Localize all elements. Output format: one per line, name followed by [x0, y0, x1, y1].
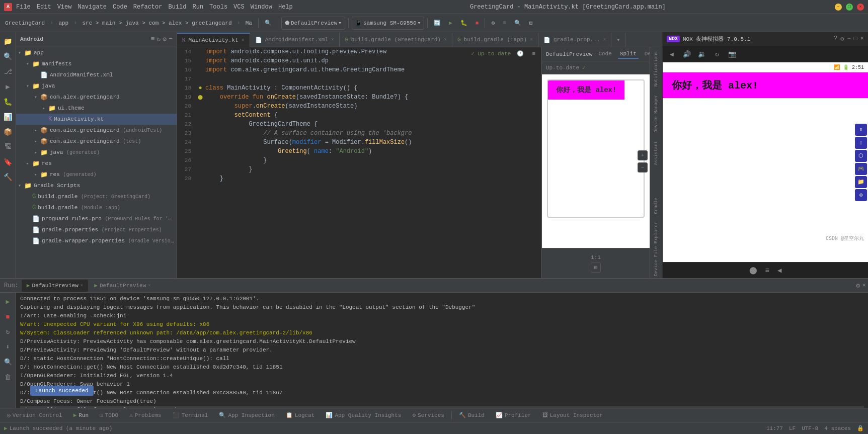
tab-build-gradle-greeting[interactable]: G build.gradle (GreetingCard) ×: [340, 33, 452, 47]
toolbar-layout-btn[interactable]: ⊞: [526, 16, 536, 30]
maximize-button[interactable]: □: [846, 4, 853, 11]
nox-rotate-btn[interactable]: ↻: [710, 47, 724, 61]
toolbar-run-btn[interactable]: ▶: [446, 16, 455, 30]
nox-close-icon[interactable]: ×: [860, 35, 864, 43]
tree-item-gradle-scripts[interactable]: ▾ 📁 Gradle Scripts: [16, 180, 177, 191]
menu-view[interactable]: View: [57, 4, 72, 11]
bottom-panel-close-icon[interactable]: ×: [862, 282, 866, 289]
nox-minimize-icon[interactable]: −: [847, 35, 850, 43]
tree-item-ui-theme[interactable]: ▸ 📁 ui.theme: [16, 103, 177, 114]
tab-gradle-prop-close[interactable]: ×: [603, 37, 606, 43]
tree-item-java[interactable]: ▾ 📁 java: [16, 80, 177, 92]
nox-volume-down-btn[interactable]: 🔉: [695, 47, 709, 61]
tree-item-gradle-wrapper[interactable]: ▸ 📄 gradle-wrapper.properties (Gradle Ve…: [16, 235, 177, 246]
tree-item-app[interactable]: ▾ 📁 app: [16, 47, 177, 58]
preview-zoom-out[interactable]: −: [638, 162, 648, 172]
preview-dropdown[interactable]: ⬟ DefaultPreview ▾: [281, 17, 345, 30]
run-tab-close-2[interactable]: ×: [148, 283, 150, 288]
nox-volume-up-btn[interactable]: 🔊: [680, 47, 694, 61]
project-panel-hide-icon[interactable]: −: [169, 35, 173, 43]
menu-run[interactable]: Run: [192, 4, 203, 11]
tree-item-manifests[interactable]: ▾ 📁 manifests: [16, 58, 177, 69]
tree-item-java-generated[interactable]: ▸ 📁 java (generated): [16, 147, 177, 158]
tree-item-build-gradle-app[interactable]: ▸ G build.gradle (Module :app): [16, 202, 177, 213]
menu-window[interactable]: Window: [251, 4, 272, 11]
tree-item-manifest-xml[interactable]: ▸ 📄 AndroidManifest.xml: [16, 69, 177, 80]
project-panel-expand-icon[interactable]: ≡: [151, 35, 155, 43]
menu-code[interactable]: Code: [113, 4, 127, 11]
log-output[interactable]: Connected to process 11851 on device 'sa…: [16, 293, 868, 408]
nox-help-icon[interactable]: ?: [834, 35, 837, 43]
right-icon-assistant[interactable]: Assistant: [653, 139, 660, 167]
tree-item-gradle-properties[interactable]: ▸ 📄 gradle.properties (Project Propertie…: [16, 224, 177, 235]
nox-menu-btn[interactable]: ≡: [765, 267, 769, 275]
menu-file[interactable]: File: [16, 4, 31, 11]
toolbar-file-short[interactable]: Ma: [243, 16, 255, 30]
tab-more[interactable]: ▾: [611, 33, 625, 47]
tree-item-package-main[interactable]: ▾ 📦 com.alex.greetingcard: [16, 92, 177, 103]
nox-back-bottom-btn[interactable]: ◀: [777, 266, 781, 275]
nox-screen[interactable]: 📶 🔋 2:51 你好，我是 alex! ⬆ ↕ ⬡ 🎮 📁 ⚙ CSDN @星…: [663, 62, 868, 262]
menu-bar[interactable]: File Edit View Navigate Code Refactor Bu…: [16, 4, 293, 11]
bottom-icon-scroll[interactable]: ⬇: [1, 340, 15, 354]
tab-build-gradle-greeting-close[interactable]: ×: [444, 37, 447, 43]
nox-icon-5[interactable]: 📁: [855, 176, 867, 188]
menu-tools[interactable]: Tools: [209, 4, 227, 11]
menu-help[interactable]: Help: [278, 4, 293, 11]
tab-manifest-close[interactable]: ×: [331, 37, 334, 43]
tab-mainactivity[interactable]: K MainActivity.kt ×: [177, 33, 250, 47]
code-toolbar-history[interactable]: 🕐: [515, 49, 526, 58]
nox-back-btn[interactable]: ◀: [665, 47, 679, 61]
toolbar-search-btn[interactable]: 🔍: [262, 16, 275, 30]
right-icon-device-manager[interactable]: Device Manager: [653, 93, 660, 135]
bottom-icon-run[interactable]: ▶: [1, 295, 15, 309]
left-icon-build[interactable]: 🔨: [1, 170, 15, 184]
tree-item-build-gradle-project[interactable]: ▸ G build.gradle (Project: GreetingCard): [16, 191, 177, 202]
menu-vcs[interactable]: VCS: [233, 4, 245, 11]
nox-maximize-icon[interactable]: □: [854, 35, 857, 43]
left-icon-vcs[interactable]: ⎇: [1, 64, 15, 78]
footer-tab-layout-inspector[interactable]: 🖼 Layout Inspector: [537, 409, 608, 421]
tab-split[interactable]: Split: [618, 50, 639, 59]
tree-item-android-test[interactable]: ▸ 📦 com.alex.greetingcard (androidTest): [16, 125, 177, 136]
tab-manifest[interactable]: 📄 AndroidManifest.xml ×: [250, 33, 340, 47]
nox-home-btn[interactable]: ⬤: [749, 266, 757, 275]
nox-icon-3[interactable]: ⬡: [855, 150, 867, 162]
toolbar-project-name[interactable]: GreetingCard: [2, 16, 48, 30]
bottom-icon-stop[interactable]: ■: [1, 310, 15, 324]
tree-item-res[interactable]: ▸ 📁 res: [16, 158, 177, 169]
toolbar-search-btn-2[interactable]: 🔍: [511, 16, 524, 30]
code-toolbar-compare[interactable]: ≡: [530, 50, 537, 58]
footer-tab-terminal[interactable]: ⬛ Terminal: [168, 409, 213, 421]
footer-tab-logcat[interactable]: 📋 Logcat: [281, 409, 320, 421]
footer-tab-problems[interactable]: ⚠ Problems: [124, 409, 166, 421]
left-icon-structure[interactable]: 🏗: [1, 140, 15, 154]
nox-icon-4[interactable]: 🎮: [855, 163, 867, 175]
tree-item-proguard[interactable]: ▸ 📄 proguard-rules.pro (ProGuard Rules f…: [16, 213, 177, 224]
bottom-icon-trash[interactable]: 🗑: [1, 370, 15, 384]
window-controls[interactable]: − □ ×: [835, 4, 864, 11]
toolbar-sync-btn[interactable]: 🔄: [431, 16, 444, 30]
bottom-icon-restart[interactable]: ↻: [1, 325, 15, 339]
left-icon-project[interactable]: 📁: [1, 34, 15, 48]
toolbar-module[interactable]: app: [55, 16, 71, 30]
toolbar-stop-btn[interactable]: ■: [472, 16, 482, 30]
code-editor[interactable]: ✓ Up-to-date 🕐 ≡ 14 import androidx.comp…: [177, 47, 541, 278]
tab-gradle-prop[interactable]: 📄 gradle.prop... ×: [538, 33, 611, 47]
toolbar-debug-btn[interactable]: 🐛: [457, 16, 470, 30]
left-icon-debug[interactable]: 🐛: [1, 95, 15, 109]
nox-icon-2[interactable]: ↕: [855, 137, 867, 149]
nox-window-controls[interactable]: ? ⚙ − □ ×: [834, 35, 864, 43]
preview-zoom-in[interactable]: +: [638, 150, 648, 160]
close-button[interactable]: ×: [857, 4, 864, 11]
bottom-tab-defaultpreview-2[interactable]: ▶ DefaultPreview ×: [89, 280, 155, 292]
tab-mainactivity-close[interactable]: ×: [242, 38, 245, 43]
left-icon-resource[interactable]: 📦: [1, 125, 15, 139]
toolbar-settings-btn[interactable]: ⚙: [488, 16, 498, 30]
nox-settings-icon[interactable]: ⚙: [840, 35, 844, 43]
left-icon-bookmarks[interactable]: 🔖: [1, 155, 15, 169]
footer-tab-profiler[interactable]: 📈 Profiler: [491, 409, 536, 421]
tree-item-mainactivity[interactable]: ▸ K MainActivity.kt: [16, 114, 177, 125]
footer-tab-todo[interactable]: ☑ TODO: [95, 409, 123, 421]
right-icon-notifications[interactable]: Notifications: [653, 49, 660, 89]
